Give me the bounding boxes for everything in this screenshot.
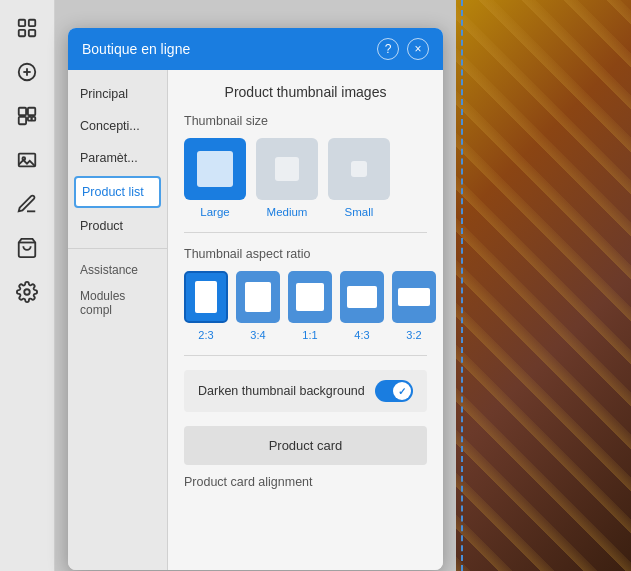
toggle-knob: ✓ (393, 382, 411, 400)
aspect-3-4-label: 3:4 (250, 329, 265, 341)
plus-circle-icon[interactable] (9, 54, 45, 90)
left-sidebar (0, 0, 55, 571)
thumbnail-size-large[interactable]: Large (184, 138, 246, 218)
nav-section-modules: Modules compl (68, 281, 167, 321)
thumbnail-medium-inner (275, 157, 299, 181)
thumbnail-small-label: Small (345, 206, 374, 218)
aspect-3-2-inner (398, 288, 430, 306)
svg-rect-2 (19, 30, 25, 36)
dialog-nav: Principal Concepti... Paramèt... Product… (68, 70, 168, 570)
aspect-1-1-box (288, 271, 332, 323)
thumbnail-small-inner (351, 161, 367, 177)
product-card-button[interactable]: Product card (184, 426, 427, 465)
product-card-alignment-label: Product card alignment (184, 475, 427, 489)
aspect-3-4-box (236, 271, 280, 323)
darken-toggle-switch[interactable]: ✓ (375, 380, 413, 402)
thumbnail-medium-box (256, 138, 318, 200)
aspect-3-2-box (392, 271, 436, 323)
aspect-1-1-inner (296, 283, 324, 311)
aspect-3-2-label: 3:2 (406, 329, 421, 341)
aspect-4-3-box (340, 271, 384, 323)
svg-rect-0 (19, 20, 25, 26)
svg-rect-7 (19, 108, 26, 115)
help-button[interactable]: ? (377, 38, 399, 60)
nav-item-product[interactable]: Product (68, 210, 167, 242)
aspect-2-3-box (184, 271, 228, 323)
aspect-4-3-inner (347, 286, 377, 308)
dialog-header: Boutique en ligne ? × (68, 28, 443, 70)
dialog: Boutique en ligne ? × Principal Concepti… (68, 28, 443, 570)
dashed-border-line (461, 0, 463, 571)
dialog-body: Principal Concepti... Paramèt... Product… (68, 70, 443, 570)
aspect-3-2[interactable]: 3:2 (392, 271, 436, 341)
thumbnail-size-options: Large Medium Small (184, 138, 427, 218)
aspect-1-1[interactable]: 1:1 (288, 271, 332, 341)
aspect-4-3[interactable]: 4:3 (340, 271, 384, 341)
thumbnail-medium-label: Medium (267, 206, 308, 218)
section-divider-1 (184, 232, 427, 233)
aspect-2-3-label: 2:3 (198, 329, 213, 341)
thumbnail-large-inner (197, 151, 233, 187)
thumbnail-size-label: Thumbnail size (184, 114, 427, 128)
aspect-3-4[interactable]: 3:4 (236, 271, 280, 341)
thumbnail-ratio-label: Thumbnail aspect ratio (184, 247, 427, 261)
darken-toggle-label: Darken thumbnail background (198, 384, 365, 398)
toggle-checkmark: ✓ (398, 386, 406, 397)
grid-icon[interactable] (9, 10, 45, 46)
aspect-ratio-options: 2:3 3:4 1:1 (184, 271, 427, 341)
dialog-title: Boutique en ligne (82, 41, 190, 57)
nav-item-product-list[interactable]: Product list (74, 176, 161, 208)
svg-rect-9 (19, 117, 26, 124)
svg-rect-11 (32, 117, 36, 121)
settings-icon[interactable] (9, 274, 45, 310)
image-icon[interactable] (9, 142, 45, 178)
aspect-3-4-inner (245, 282, 271, 312)
section-divider-2 (184, 355, 427, 356)
thumbnail-small-box (328, 138, 390, 200)
nav-item-principal[interactable]: Principal (68, 78, 167, 110)
modules-icon[interactable] (9, 98, 45, 134)
svg-rect-3 (29, 30, 35, 36)
dialog-header-actions: ? × (377, 38, 429, 60)
thumbnail-large-box (184, 138, 246, 200)
nav-item-concepting[interactable]: Concepti... (68, 110, 167, 142)
bag-icon[interactable] (9, 230, 45, 266)
aspect-2-3[interactable]: 2:3 (184, 271, 228, 341)
aspect-1-1-label: 1:1 (302, 329, 317, 341)
close-button[interactable]: × (407, 38, 429, 60)
nav-section-assistance: Assistance (68, 255, 167, 281)
darken-toggle-row: Darken thumbnail background ✓ (184, 370, 427, 412)
aspect-2-3-inner (195, 281, 217, 313)
nav-item-parametres[interactable]: Paramèt... (68, 142, 167, 174)
thumbnail-size-medium[interactable]: Medium (256, 138, 318, 218)
svg-rect-1 (29, 20, 35, 26)
nav-divider (68, 248, 167, 249)
thumbnail-size-small[interactable]: Small (328, 138, 390, 218)
aspect-4-3-label: 4:3 (354, 329, 369, 341)
content-title: Product thumbnail images (184, 84, 427, 100)
svg-point-15 (24, 289, 30, 295)
background-overlay (456, 0, 631, 571)
svg-rect-8 (28, 108, 35, 115)
thumbnail-large-label: Large (200, 206, 229, 218)
pen-icon[interactable] (9, 186, 45, 222)
dialog-content: Product thumbnail images Thumbnail size … (168, 70, 443, 570)
